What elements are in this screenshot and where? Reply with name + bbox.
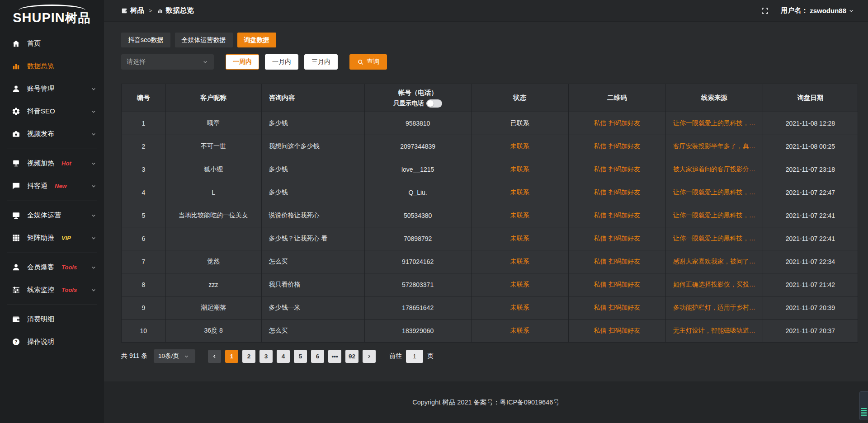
scan-add-friend-link[interactable]: 扫码加好友 — [609, 188, 640, 196]
private-message-link[interactable]: 私信 — [594, 304, 606, 311]
prev-page-button[interactable] — [208, 350, 221, 363]
page-button-2[interactable]: 2 — [242, 350, 255, 363]
tab-douyin-seo-data[interactable]: 抖音seo数据 — [121, 33, 170, 47]
page-button-6[interactable]: 6 — [311, 350, 324, 363]
cell-id: 9 — [122, 296, 166, 320]
sidebar-item-omnimedia-operation[interactable]: 全媒体运营 — [0, 204, 104, 227]
cell-account: 183929060 — [364, 320, 471, 343]
scan-add-friend-link[interactable]: 扫码加好友 — [609, 258, 640, 265]
cell-source-link[interactable]: 让你一眼就爱上的黑科技，能... — [665, 204, 763, 227]
breadcrumb-current[interactable]: 数据总览 — [157, 6, 194, 15]
sidebar-divider — [7, 305, 97, 305]
range-button-2[interactable]: 三月内 — [304, 54, 338, 70]
table-header-row: 编号 客户昵称 咨询内容 帐号（电话） 只显示电话 状态 二维码 线索来源 — [122, 84, 858, 112]
cell-status: 未联系 — [471, 158, 568, 181]
chevron-down-icon — [90, 287, 97, 293]
sidebar-item-matrix-boost[interactable]: 矩阵助推VIP — [0, 227, 104, 249]
cell-source-link[interactable]: 多功能护栏灯，适用于乡村文... — [665, 296, 763, 320]
range-button-1[interactable]: 一月内 — [265, 54, 298, 70]
private-message-link[interactable]: 私信 — [594, 212, 606, 219]
page-button-3[interactable]: 3 — [259, 350, 273, 363]
private-message-link[interactable]: 私信 — [594, 281, 606, 288]
data-tabs: 抖音seo数据全媒体运营数据询盘数据 — [121, 33, 858, 47]
sidebar-item-douyin-seo[interactable]: 抖音SEO — [0, 100, 104, 123]
page-button-1[interactable]: 1 — [225, 350, 238, 363]
sidebar-item-douketong[interactable]: 抖客通New — [0, 175, 104, 197]
cell-date: 2021-11-08 12:28 — [763, 112, 858, 135]
sidebar-item-lead-monitoring[interactable]: 线索监控Tools — [0, 279, 104, 301]
scan-add-friend-link[interactable]: 扫码加好友 — [609, 281, 640, 288]
sidebar-item-data-overview[interactable]: 数据总览 — [0, 55, 104, 78]
cell-source-link[interactable]: 让你一眼就爱上的黑科技，能... — [665, 227, 763, 250]
filter-select[interactable]: 请选择 — [121, 54, 214, 70]
sidebar-item-consumption-detail[interactable]: 消费明细 — [0, 308, 104, 331]
col-account-label: 帐号（电话） — [365, 89, 471, 97]
tab-omnimedia-data[interactable]: 全媒体运营数据 — [175, 33, 233, 47]
cell-source-link[interactable]: 如何正确选择投影仪，买投影... — [665, 273, 763, 296]
page-size-select[interactable]: 10条/页 — [154, 349, 195, 363]
private-message-link[interactable]: 私信 — [594, 235, 606, 242]
goto-page-input[interactable] — [406, 350, 423, 363]
breadcrumb-current-label: 数据总览 — [166, 6, 194, 15]
query-button[interactable]: 查询 — [349, 54, 387, 70]
page-button-4[interactable]: 4 — [277, 350, 290, 363]
sidebar-item-member-baoke[interactable]: 会员爆客Tools — [0, 256, 104, 279]
chart-icon — [12, 62, 20, 70]
sidebar-item-label: 消费明细 — [27, 315, 54, 324]
range-button-0[interactable]: 一周内 — [226, 54, 259, 70]
goto-label: 前往 — [389, 352, 402, 360]
cell-account: Q_Liu. — [364, 181, 471, 204]
col-id: 编号 — [122, 84, 166, 112]
chevron-down-icon — [202, 59, 208, 65]
scan-add-friend-link[interactable]: 扫码加好友 — [609, 212, 640, 219]
user-icon — [12, 263, 20, 272]
private-message-link[interactable]: 私信 — [594, 142, 606, 150]
inquiry-table-wrap: 编号 客户昵称 咨询内容 帐号（电话） 只显示电话 状态 二维码 线索来源 — [121, 84, 858, 343]
app-square-icon — [121, 8, 127, 14]
sidebar-item-label: 数据总览 — [27, 62, 54, 70]
cell-id: 8 — [122, 273, 166, 296]
page-ellipsis-button[interactable]: ••• — [328, 350, 341, 363]
private-message-link[interactable]: 私信 — [594, 119, 606, 127]
table-row: 7觉然怎么买917024162未联系私信扫码加好友感谢大家喜欢我家，被问了好..… — [122, 250, 858, 273]
private-message-link[interactable]: 私信 — [594, 165, 606, 173]
sidebar-item-home[interactable]: 首页 — [0, 33, 104, 55]
scan-add-friend-link[interactable]: 扫码加好友 — [609, 165, 640, 173]
main-area: 树品 > 数据总览 用户名：zswodun88 抖音seo数据全媒体运 — [104, 0, 868, 423]
next-page-button[interactable] — [363, 350, 376, 363]
scan-add-friend-link[interactable]: 扫码加好友 — [609, 304, 640, 311]
user-menu[interactable]: 用户名：zswodun88 — [781, 6, 854, 15]
tab-inquiry-data[interactable]: 询盘数据 — [237, 33, 276, 47]
sidebar-item-video-heating[interactable]: 视频加热Hot — [0, 152, 104, 175]
cell-source-link[interactable]: 被大家追着问的客厅投影分享... — [665, 158, 763, 181]
scan-add-friend-link[interactable]: 扫码加好友 — [609, 235, 640, 242]
scan-add-friend-link[interactable]: 扫码加好友 — [609, 142, 640, 150]
private-message-link[interactable]: 私信 — [594, 188, 606, 196]
scan-add-friend-link[interactable]: 扫码加好友 — [609, 327, 640, 334]
video-icon — [12, 130, 20, 138]
page-button-92[interactable]: 92 — [345, 350, 359, 363]
breadcrumb-root[interactable]: 树品 — [121, 6, 144, 15]
sliders-icon — [12, 286, 20, 294]
fullscreen-icon[interactable] — [761, 7, 769, 15]
sidebar-item-account-management[interactable]: 账号管理 — [0, 78, 104, 100]
table-body: 1哦章多少钱9583810已联系私信扫码加好友让你一眼就爱上的黑科技，能...2… — [122, 112, 858, 343]
sidebar-item-video-publish[interactable]: 视频发布 — [0, 123, 104, 146]
badge-hot: Hot — [61, 160, 71, 167]
cell-date: 2021-11-08 00:25 — [763, 135, 858, 158]
cell-source-link[interactable]: 感谢大家喜欢我家，被问了好... — [665, 250, 763, 273]
phone-only-toggle[interactable] — [426, 99, 442, 108]
scan-add-friend-link[interactable]: 扫码加好友 — [609, 119, 640, 127]
page-button-5[interactable]: 5 — [294, 350, 307, 363]
cell-source-link[interactable]: 客厅安装投影半年多了，真实... — [665, 135, 763, 158]
cell-qrcode: 私信扫码加好友 — [568, 204, 665, 227]
cell-source-link[interactable]: 无主灯设计，智能磁吸轨道灯... — [665, 320, 763, 343]
cell-source-link[interactable]: 让你一眼就爱上的黑科技，能... — [665, 112, 763, 135]
floating-widget[interactable] — [859, 391, 868, 420]
sidebar-item-label: 视频加热 — [27, 159, 54, 168]
query-button-label: 查询 — [367, 58, 379, 66]
private-message-link[interactable]: 私信 — [594, 258, 606, 265]
cell-source-link[interactable]: 让你一眼就爱上的黑科技，能... — [665, 181, 763, 204]
private-message-link[interactable]: 私信 — [594, 327, 606, 334]
sidebar-item-operation-guide[interactable]: ?操作说明 — [0, 331, 104, 353]
